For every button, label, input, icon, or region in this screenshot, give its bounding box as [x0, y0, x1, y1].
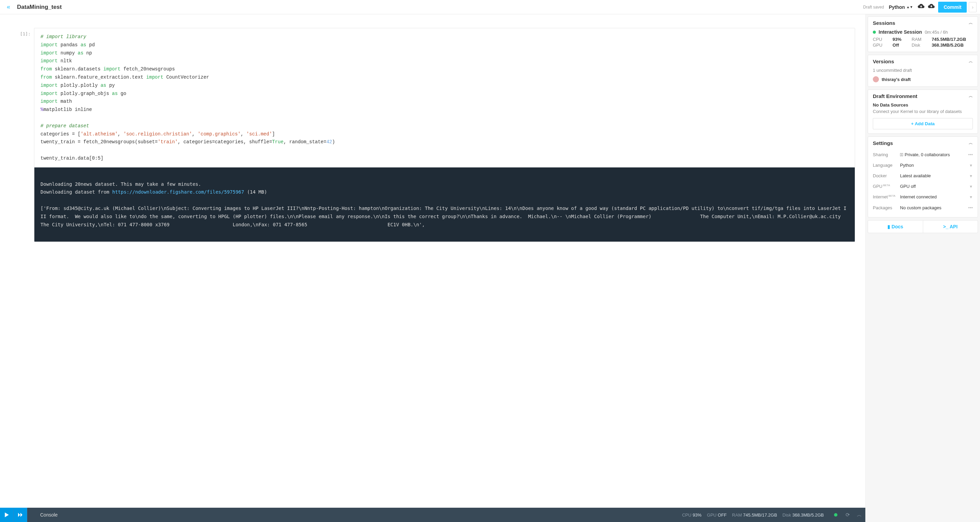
chevron-down-icon: ▼: [969, 174, 973, 178]
draft-environment-panel: Draft Environment︿ No Data Sources Conne…: [868, 89, 978, 134]
chevron-down-icon: ▼: [969, 195, 973, 199]
notebook-title[interactable]: DataMining_test: [17, 4, 62, 11]
draft-environment-header[interactable]: Draft Environment︿: [868, 90, 978, 102]
refresh-icon[interactable]: ⟳: [846, 512, 850, 518]
download-url-link[interactable]: https://ndownloader.figshare.com/files/5…: [112, 189, 244, 195]
draft-saved-label: Draft saved: [863, 5, 884, 10]
language-selector[interactable]: Python▲▼: [889, 5, 913, 10]
internet-setting[interactable]: InternetBETA Internet connected▼: [873, 192, 973, 202]
language-setting[interactable]: Language Python▼: [873, 160, 973, 170]
avatar-icon: [873, 76, 879, 82]
run-all-button[interactable]: [14, 508, 27, 522]
sessions-panel-header[interactable]: Sessions︿: [868, 17, 978, 29]
cell-output: Downloading 20news dataset. This may tak…: [34, 167, 855, 242]
private-icon: 👁⃠: [900, 152, 904, 157]
code-cell[interactable]: # import library import pandas as pd imp…: [34, 28, 855, 242]
api-button[interactable]: >_ API: [923, 221, 978, 233]
more-icon[interactable]: •••: [968, 152, 973, 157]
docker-setting[interactable]: Docker Latest available▼: [873, 170, 973, 181]
chevron-down-icon: ▼: [969, 163, 973, 167]
packages-setting[interactable]: Packages No custom packages •••: [873, 202, 973, 213]
cell-prompt: [1]:: [7, 28, 34, 242]
collapse-sidebar-icon[interactable]: «: [3, 3, 14, 11]
right-sidebar: Sessions︿ Interactive Session 0m:45s / 6…: [865, 14, 980, 522]
sharing-setting[interactable]: Sharing 👁⃠Private, 0 collaborators •••: [873, 150, 973, 160]
chevron-down-icon: ▼: [969, 185, 973, 188]
kernel-status-icon: [834, 513, 837, 517]
expand-console-icon[interactable]: ︿: [857, 512, 862, 518]
versions-panel-header[interactable]: Versions︿: [868, 55, 978, 68]
code-editor[interactable]: # import library import pandas as pd imp…: [34, 28, 855, 167]
commit-button[interactable]: Commit: [938, 2, 967, 13]
settings-panel-header[interactable]: Settings︿: [868, 137, 978, 150]
docs-button[interactable]: ▮ Docs: [868, 221, 923, 233]
chevron-up-icon: ︿: [969, 140, 973, 146]
editor-header: « DataMining_test Draft saved Python▲▼ C…: [0, 0, 980, 14]
console-label[interactable]: Console: [34, 512, 64, 517]
cloud-upload-icon[interactable]: [928, 3, 935, 11]
next-button[interactable]: ›: [969, 2, 977, 12]
chevron-up-icon: ︿: [969, 59, 973, 64]
settings-panel: Settings︿ Sharing 👁⃠Private, 0 collabora…: [868, 137, 978, 218]
cloud-download-icon[interactable]: [918, 3, 924, 11]
notebook-scroll[interactable]: [1]: # import library import pandas as p…: [0, 14, 865, 508]
more-icon[interactable]: •••: [968, 205, 973, 210]
draft-version-row[interactable]: thisray's draft: [873, 76, 973, 82]
gpu-setting[interactable]: GPUBETA GPU off▼: [873, 181, 973, 192]
sessions-panel: Sessions︿ Interactive Session 0m:45s / 6…: [868, 16, 978, 52]
console-bar: Console CPU 93% GPU OFF RAM 745.5MB/17.2…: [0, 508, 865, 522]
run-button[interactable]: [0, 508, 14, 522]
chevron-up-icon: ︿: [969, 20, 973, 26]
versions-panel: Versions︿ 1 uncommitted draft thisray's …: [868, 55, 978, 87]
chevron-up-icon: ︿: [969, 93, 973, 99]
session-status-icon: [873, 30, 876, 34]
add-data-button[interactable]: + Add Data: [873, 118, 973, 129]
